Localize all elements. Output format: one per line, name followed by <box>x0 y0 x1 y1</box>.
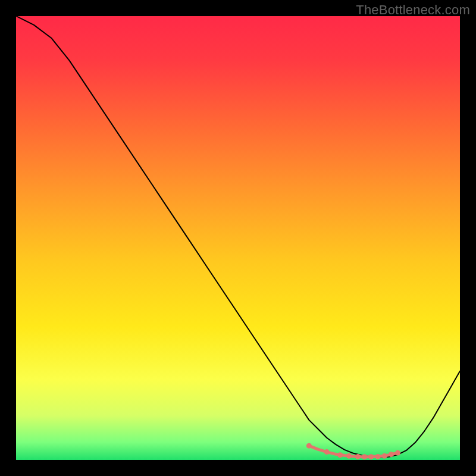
marker-dot <box>346 453 352 459</box>
marker-dot <box>355 454 361 459</box>
marker-dot <box>324 449 330 455</box>
marker-dot <box>382 453 387 459</box>
marker-dot <box>375 454 380 459</box>
marker-dot <box>389 452 394 457</box>
marker-dot <box>337 452 343 458</box>
chart-plot <box>16 16 460 460</box>
marker-dot <box>368 454 374 459</box>
marker-dot <box>395 450 400 456</box>
chart-frame: TheBottleneck.com <box>0 0 476 476</box>
chart-background <box>16 16 460 460</box>
watermark-text: TheBottleneck.com <box>356 2 470 18</box>
marker-dot <box>362 454 367 459</box>
marker-dot <box>306 443 312 449</box>
